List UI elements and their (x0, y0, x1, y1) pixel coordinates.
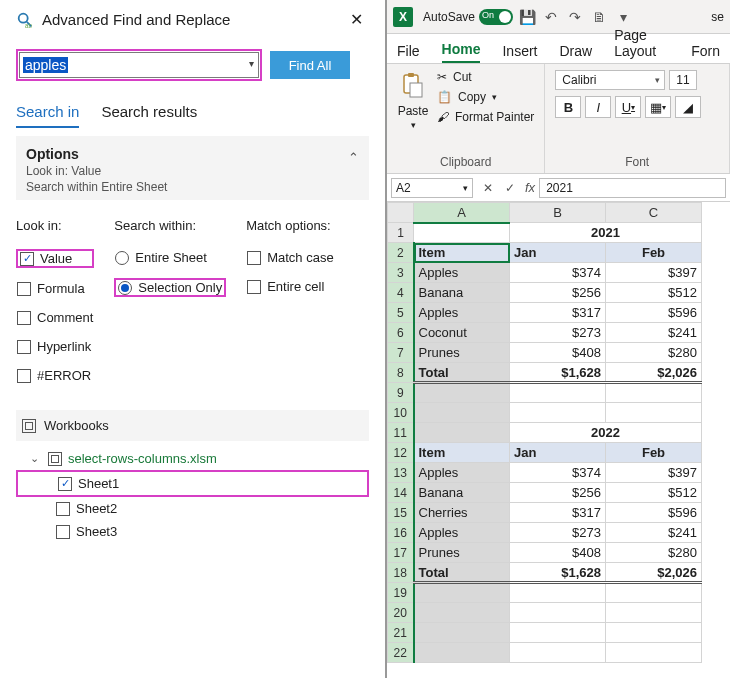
look-in-comment[interactable]: Comment (16, 309, 94, 326)
row-header[interactable]: 4 (388, 283, 414, 303)
row-header[interactable]: 15 (388, 503, 414, 523)
cell[interactable]: Apples (414, 303, 510, 323)
cell[interactable]: $397 (606, 463, 702, 483)
search-within-selection[interactable]: Selection Only (114, 278, 226, 297)
cell[interactable]: 2021 (510, 223, 702, 243)
row-header[interactable]: 9 (388, 383, 414, 403)
cell[interactable] (414, 423, 510, 443)
worksheet-grid[interactable]: ABC120212ItemJanFeb3Apples$374$3974Banan… (387, 202, 730, 678)
new-file-icon[interactable]: 🗎 (589, 7, 609, 27)
underline-button[interactable]: U ▾ (615, 96, 641, 118)
row-header[interactable]: 11 (388, 423, 414, 443)
cell[interactable]: $374 (510, 263, 606, 283)
cell[interactable] (510, 403, 606, 423)
row-header[interactable]: 17 (388, 543, 414, 563)
row-header[interactable]: 14 (388, 483, 414, 503)
chevron-down-icon[interactable]: ▾ (249, 58, 254, 69)
cancel-formula-icon[interactable]: ✕ (477, 181, 499, 195)
cell[interactable]: $256 (510, 483, 606, 503)
cell[interactable] (510, 583, 606, 603)
column-header[interactable]: C (606, 203, 702, 223)
cell[interactable]: $596 (606, 503, 702, 523)
cell[interactable]: Jan (510, 443, 606, 463)
cell[interactable]: Item (414, 443, 510, 463)
redo-icon[interactable]: ↷ (565, 7, 585, 27)
row-header[interactable]: 22 (388, 643, 414, 663)
cell[interactable]: $241 (606, 523, 702, 543)
search-input[interactable]: apples ▾ (19, 52, 259, 78)
enter-formula-icon[interactable]: ✓ (499, 181, 521, 195)
fx-icon[interactable]: fx (525, 180, 535, 195)
column-header[interactable]: A (414, 203, 510, 223)
cell[interactable] (414, 623, 510, 643)
menu-draw[interactable]: Draw (559, 43, 592, 63)
cell[interactable]: Apples (414, 263, 510, 283)
tree-sheet3[interactable]: Sheet3 (16, 520, 369, 543)
cell[interactable] (510, 603, 606, 623)
italic-button[interactable]: I (585, 96, 611, 118)
look-in-value[interactable]: Value (16, 249, 94, 268)
tree-sheet1[interactable]: Sheet1 (16, 470, 369, 497)
tab-search-in[interactable]: Search in (16, 103, 79, 128)
cell[interactable] (414, 383, 510, 403)
cell[interactable]: $1,628 (510, 563, 606, 583)
cell[interactable] (510, 643, 606, 663)
cell[interactable] (510, 383, 606, 403)
menu-page-layout[interactable]: Page Layout (614, 27, 669, 63)
font-size-select[interactable]: 11 (669, 70, 697, 90)
cell[interactable]: $1,628 (510, 363, 606, 383)
cell[interactable]: $241 (606, 323, 702, 343)
row-header[interactable]: 16 (388, 523, 414, 543)
row-header[interactable]: 3 (388, 263, 414, 283)
cell[interactable]: Total (414, 363, 510, 383)
cell[interactable] (606, 583, 702, 603)
bold-button[interactable]: B (555, 96, 581, 118)
row-header[interactable]: 6 (388, 323, 414, 343)
row-header[interactable]: 7 (388, 343, 414, 363)
cell[interactable] (414, 583, 510, 603)
row-header[interactable]: 13 (388, 463, 414, 483)
cell[interactable] (414, 643, 510, 663)
cell[interactable]: $280 (606, 543, 702, 563)
cell[interactable]: $317 (510, 303, 606, 323)
cell[interactable]: Total (414, 563, 510, 583)
look-in-error[interactable]: #ERROR (16, 367, 94, 384)
paste-button[interactable]: Paste ▾ (397, 70, 429, 130)
cell[interactable] (606, 623, 702, 643)
tab-search-results[interactable]: Search results (101, 103, 197, 128)
cell[interactable]: $512 (606, 483, 702, 503)
cell[interactable]: 2022 (510, 423, 702, 443)
cell[interactable]: $374 (510, 463, 606, 483)
cell[interactable]: $512 (606, 283, 702, 303)
cell[interactable]: Cherries (414, 503, 510, 523)
cell[interactable] (606, 383, 702, 403)
tree-file[interactable]: ⌄ select-rows-columns.xlsm (16, 447, 369, 470)
cell[interactable] (414, 223, 510, 243)
name-box[interactable]: A2▾ (391, 178, 473, 198)
format-painter-button[interactable]: 🖌Format Painter (437, 110, 534, 124)
cell[interactable]: Banana (414, 283, 510, 303)
undo-icon[interactable]: ↶ (541, 7, 561, 27)
row-header[interactable]: 10 (388, 403, 414, 423)
cell[interactable] (606, 603, 702, 623)
row-header[interactable]: 1 (388, 223, 414, 243)
cell[interactable]: Coconut (414, 323, 510, 343)
row-header[interactable]: 2 (388, 243, 414, 263)
cell[interactable]: Banana (414, 483, 510, 503)
fill-color-button[interactable]: ◢ (675, 96, 701, 118)
row-header[interactable]: 8 (388, 363, 414, 383)
look-in-formula[interactable]: Formula (16, 280, 94, 297)
font-name-select[interactable]: Calibri▾ (555, 70, 665, 90)
cell[interactable]: Feb (606, 443, 702, 463)
cell[interactable] (414, 603, 510, 623)
cell[interactable]: $397 (606, 263, 702, 283)
cell[interactable]: $256 (510, 283, 606, 303)
options-collapse-icon[interactable]: ⌃ (348, 150, 359, 165)
cell[interactable] (606, 643, 702, 663)
cell[interactable]: $273 (510, 523, 606, 543)
cell[interactable]: $317 (510, 503, 606, 523)
cell[interactable] (510, 623, 606, 643)
cell[interactable]: Jan (510, 243, 606, 263)
cell[interactable] (414, 403, 510, 423)
cell[interactable]: Prunes (414, 343, 510, 363)
